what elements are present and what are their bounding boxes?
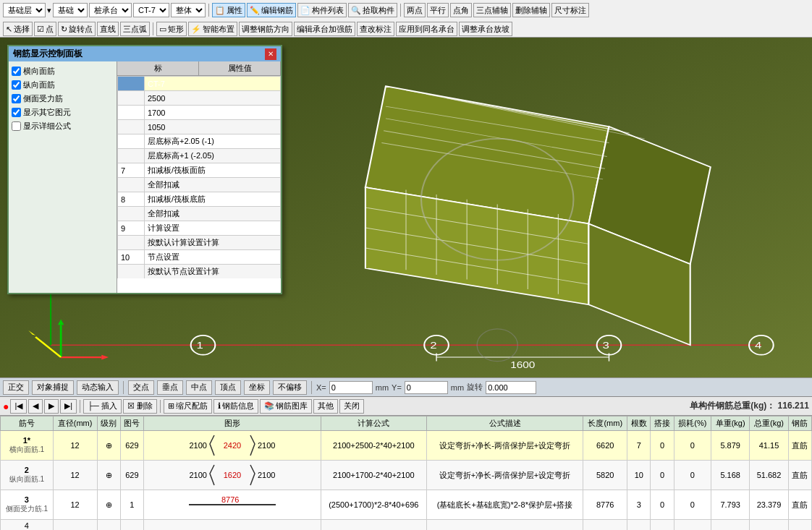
rotate-point-btn[interactable]: ↻ 旋转点 (58, 22, 96, 36)
cell-unit-weight[interactable]: 5.879 (711, 431, 749, 461)
cell-id[interactable]: 2纵向面筋.1 (1, 461, 54, 490)
nav-first-btn[interactable]: |◀ (10, 399, 27, 414)
cell-formula[interactable]: 2100+1700-2*40+2100 (321, 461, 426, 490)
cell-desc[interactable]: 设定弯折+净长-两倍保护层+设定弯折 (426, 461, 583, 490)
panel-close-btn[interactable]: ✕ (265, 48, 276, 60)
panel-title[interactable]: 钢筋显示控制面板 ✕ (9, 46, 281, 61)
scale-rebar-btn[interactable]: ⊞ 缩尺配筋 (164, 399, 212, 414)
cell-unit-weight[interactable] (711, 520, 749, 531)
line-btn[interactable]: 直线 (97, 22, 119, 36)
cell-total-weight[interactable]: 41.15 (750, 431, 788, 461)
cell-total-weight[interactable]: 23.379 (750, 490, 788, 520)
cell-length[interactable]: 8776 (583, 490, 627, 520)
close-btn[interactable]: 关闭 (339, 399, 364, 414)
type-select[interactable]: 基础 (53, 3, 88, 17)
cell-diameter[interactable]: 12 (53, 461, 97, 490)
cell-formula[interactable]: 2100+2500-2*40+2100 (321, 431, 426, 461)
element-id-select[interactable]: CT-7 (133, 3, 169, 17)
cell-drawing[interactable] (120, 520, 143, 531)
checkbox-side[interactable]: 侧面受力筋 (12, 92, 114, 106)
intersection-btn[interactable]: 交点 (128, 380, 154, 395)
cell-formula[interactable]: (2500+1700)*2-8*40+696 (321, 490, 426, 520)
cell-loss[interactable]: 0 (674, 431, 711, 461)
cell-diameter[interactable] (53, 520, 97, 531)
dynamic-input-btn[interactable]: 动态输入 (77, 380, 119, 395)
three-point-btn[interactable]: 三点辅轴 (473, 3, 511, 17)
cell-grade[interactable]: ⊕ (97, 461, 120, 490)
cell-count[interactable]: 3 (627, 490, 651, 520)
layer-select[interactable]: 基础层 (3, 3, 46, 17)
cell-diameter[interactable]: 12 (53, 431, 97, 461)
nav-prev-btn[interactable]: ◀ (28, 399, 43, 414)
nav-next-btn[interactable]: ▶ (44, 399, 59, 414)
two-point-btn[interactable]: 两点 (404, 3, 426, 17)
cell-diameter[interactable]: 12 (53, 490, 97, 520)
element-list-btn[interactable]: 📄 构件列表 (297, 3, 347, 17)
cell-unit-weight[interactable]: 7.793 (711, 490, 749, 520)
cell-shape[interactable]: 2100 2420 2100 (144, 431, 321, 461)
rebar-row[interactable]: 3侧面受力筋.112⊕1 8776 (2500+1700)*2-8*40+696… (1, 490, 812, 520)
cell-drawing[interactable]: 629 (120, 461, 143, 490)
angle-btn[interactable]: 点角 (450, 3, 472, 17)
check-mark-btn[interactable]: 查改标注 (357, 22, 394, 36)
rebar-lib-btn[interactable]: 📚 钢筋图库 (260, 399, 312, 414)
three-arc-btn[interactable]: 三点弧 (120, 22, 150, 36)
vertex-btn[interactable]: 顶点 (215, 380, 241, 395)
cell-desc[interactable]: 设定弯折+净长-两倍保护层+设定弯折 (426, 431, 583, 461)
x-input[interactable] (329, 381, 373, 394)
cell-id[interactable]: 4 (1, 520, 54, 531)
cell-splice[interactable]: 0 (651, 431, 674, 461)
dimension-btn[interactable]: 尺寸标注 (551, 3, 589, 17)
property-btn[interactable]: 📋 属性 (212, 3, 245, 17)
cell-desc[interactable] (426, 520, 583, 531)
element-select[interactable]: 桩承台 (89, 3, 132, 17)
rebar-row[interactable]: 1*横向面筋.112⊕629 2100 2420 2100 2100+2500-… (1, 431, 812, 461)
cell-total-weight[interactable] (750, 520, 788, 531)
parallel-btn[interactable]: 平行 (427, 3, 449, 17)
cell-splice[interactable]: 0 (651, 461, 674, 490)
cell-count[interactable]: 7 (627, 431, 651, 461)
checkbox-vertical[interactable]: 纵向面筋 (12, 78, 114, 92)
rebar-row[interactable]: 4 (1, 520, 812, 531)
perp-btn[interactable]: 垂点 (157, 380, 183, 395)
cell-type[interactable]: 直筋 (788, 461, 811, 490)
cell-unit-weight[interactable]: 5.168 (711, 461, 749, 490)
checkbox-horizontal[interactable]: 横向面筋 (12, 64, 114, 78)
rebar-row[interactable]: 2纵向面筋.112⊕629 2100 1620 2100 2100+1700-2… (1, 461, 812, 490)
y-input[interactable] (405, 381, 448, 394)
3d-viewport[interactable]: 1 2 3 4 A (0, 38, 812, 377)
cell-id[interactable]: 3侧面受力筋.1 (1, 490, 54, 520)
nav-last-btn[interactable]: ▶| (60, 399, 77, 414)
cell-shape[interactable] (144, 520, 321, 531)
cell-total-weight[interactable]: 51.682 (750, 461, 788, 490)
insert-btn[interactable]: ├─ 插入 (83, 399, 122, 414)
pick-element-btn[interactable]: 🔍 拾取构件 (348, 3, 397, 17)
cell-drawing[interactable]: 629 (120, 431, 143, 461)
cell-desc[interactable]: (基础底长+基础底宽)*2-8*保护层+搭接 (426, 490, 583, 520)
point-btn[interactable]: ☑ 点 (34, 22, 56, 36)
ortho-btn[interactable]: 正交 (3, 380, 29, 395)
cell-splice[interactable] (651, 520, 674, 531)
rect-btn[interactable]: ▭ 矩形 (156, 22, 187, 36)
delete-btn[interactable]: ☒ 删除 (123, 399, 157, 414)
cell-length[interactable] (583, 520, 627, 531)
select-btn[interactable]: ↖ 选择 (3, 22, 33, 36)
no-offset-btn[interactable]: 不偏移 (273, 380, 307, 395)
checkbox-formula[interactable]: 显示详细公式 (12, 119, 114, 133)
cell-type[interactable]: 直筋 (788, 490, 811, 520)
cell-type[interactable] (788, 520, 811, 531)
cell-loss[interactable]: 0 (674, 461, 711, 490)
cell-grade[interactable]: ⊕ (97, 431, 120, 461)
rebar-info-btn[interactable]: ℹ 钢筋信息 (213, 399, 258, 414)
cell-type[interactable]: 直筋 (788, 431, 811, 461)
cell-shape[interactable]: 2100 1620 2100 (144, 461, 321, 490)
edit-strengthen-btn[interactable]: 编辑承台加强筋 (294, 22, 355, 36)
checkbox-other[interactable]: 显示其它图元 (12, 106, 114, 119)
cell-shape[interactable]: 8776 (144, 490, 321, 520)
cell-length[interactable]: 5820 (583, 461, 627, 490)
cell-grade[interactable] (97, 520, 120, 531)
cell-length[interactable]: 6620 (583, 431, 627, 461)
rotate-input[interactable] (486, 381, 536, 394)
midpoint-btn[interactable]: 中点 (186, 380, 212, 395)
snap-btn[interactable]: 对象捕捉 (32, 380, 74, 395)
